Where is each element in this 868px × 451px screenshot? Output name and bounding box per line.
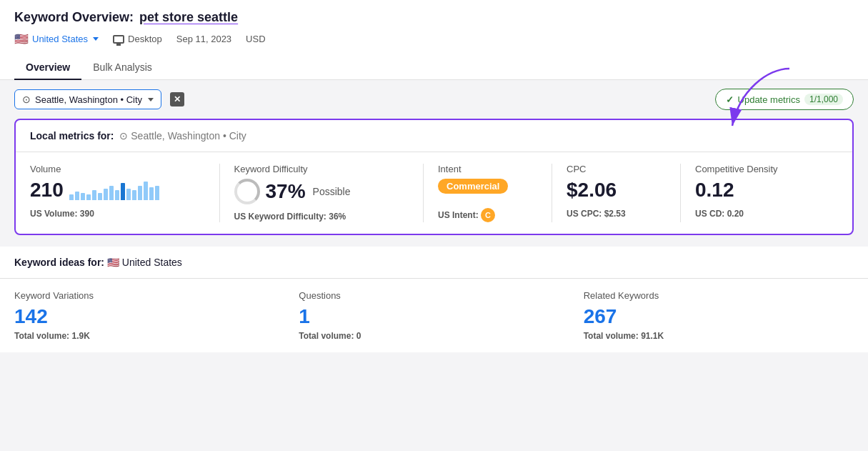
bar-5 bbox=[92, 190, 96, 200]
variations-label: Keyword Variations bbox=[14, 290, 284, 301]
intent-secondary: US Intent: C bbox=[438, 208, 537, 222]
keyword-ideas-flag-icon: 🇺🇸 bbox=[107, 257, 119, 268]
bar-9 bbox=[115, 190, 119, 200]
bar-8 bbox=[109, 186, 114, 200]
volume-chart bbox=[69, 180, 159, 200]
device-meta: Desktop bbox=[113, 34, 162, 44]
local-metrics-label: Local metrics for: bbox=[30, 130, 114, 142]
keyword-ideas-header: Keyword ideas for: 🇺🇸 United States bbox=[0, 247, 868, 279]
questions-value: 1 bbox=[299, 305, 569, 328]
country-label: United States bbox=[32, 34, 88, 44]
keyword-overview-label: Keyword Overview: bbox=[14, 10, 134, 25]
variations-secondary: Total volume: 1.9K bbox=[14, 331, 284, 341]
local-metrics-body: Volume 210 bbox=[16, 152, 852, 234]
date-label: Sep 11, 2023 bbox=[176, 34, 231, 44]
cpc-label: CPC bbox=[567, 164, 666, 174]
page-wrapper: Keyword Overview: pet store seattle 🇺🇸 U… bbox=[0, 0, 868, 352]
local-metrics-header: Local metrics for: ⊙ Seattle, Washington… bbox=[16, 120, 852, 152]
volume-secondary: US Volume: 390 bbox=[30, 209, 205, 219]
location-icon-small: ⊙ bbox=[119, 130, 128, 142]
bar-7 bbox=[104, 189, 108, 200]
date-meta: Sep 11, 2023 bbox=[176, 34, 231, 44]
volume-metric: Volume 210 bbox=[30, 164, 220, 222]
country-chevron-icon bbox=[93, 37, 99, 41]
bar-3 bbox=[81, 193, 85, 200]
location-pin-icon: ⊙ bbox=[22, 94, 31, 105]
variations-value: 142 bbox=[14, 305, 284, 328]
bar-15 bbox=[149, 187, 154, 200]
currency-meta: USD bbox=[246, 34, 265, 44]
bar-1 bbox=[69, 194, 74, 200]
update-metrics-label: Update metrics bbox=[738, 94, 800, 105]
tab-overview[interactable]: Overview bbox=[14, 56, 81, 80]
intent-label: Intent bbox=[438, 164, 537, 174]
kd-circle-icon bbox=[234, 179, 260, 204]
desktop-icon bbox=[113, 35, 124, 44]
volume-label: Volume bbox=[30, 164, 205, 174]
questions-secondary: Total volume: 0 bbox=[299, 331, 569, 341]
local-metrics-section: Local metrics for: ⊙ Seattle, Washington… bbox=[0, 119, 868, 235]
location-filter-text: Seattle, Washington • City bbox=[35, 94, 142, 105]
keyword-difficulty-metric: Keyword Difficulty 37% Possible US Keywo… bbox=[234, 164, 424, 222]
local-metrics-location: ⊙ Seattle, Washington • City bbox=[119, 130, 246, 142]
bar-12 bbox=[132, 190, 136, 200]
kd-value-row: 37% Possible bbox=[234, 179, 409, 204]
location-filter[interactable]: ⊙ Seattle, Washington • City bbox=[14, 89, 161, 109]
bar-4 bbox=[86, 194, 91, 200]
cd-value: 0.12 bbox=[695, 179, 824, 202]
keyword-ideas-label: Keyword ideas for: bbox=[14, 257, 104, 268]
kd-secondary: US Keyword Difficulty: 36% bbox=[234, 212, 409, 222]
bar-14 bbox=[144, 182, 148, 200]
us-intent-badge: C bbox=[481, 208, 495, 222]
us-flag-icon: 🇺🇸 bbox=[14, 32, 29, 46]
related-value: 267 bbox=[584, 305, 854, 328]
cpc-value: $2.06 bbox=[567, 179, 666, 202]
keyword-ideas-section: Keyword ideas for: 🇺🇸 United States Keyw… bbox=[0, 247, 868, 352]
bar-11 bbox=[126, 189, 131, 200]
volume-value: 210 bbox=[30, 179, 64, 202]
keyword-variations-col: Keyword Variations 142 Total volume: 1.9… bbox=[14, 290, 299, 341]
kd-percentage: 37% bbox=[266, 180, 306, 203]
bar-16 bbox=[155, 186, 159, 200]
tab-bulk-analysis[interactable]: Bulk Analysis bbox=[81, 56, 163, 80]
kd-label: Keyword Difficulty bbox=[234, 164, 409, 174]
keyword-ideas-country: United States bbox=[122, 257, 182, 268]
keyword-ideas-body: Keyword Variations 142 Total volume: 1.9… bbox=[0, 279, 868, 352]
questions-label: Questions bbox=[299, 290, 569, 301]
update-metrics-button[interactable]: ✓ Update metrics 1/1,000 bbox=[715, 89, 854, 110]
related-label: Related Keywords bbox=[584, 290, 854, 301]
cpc-secondary: US CPC: $2.53 bbox=[567, 209, 666, 219]
location-chevron-icon bbox=[148, 98, 154, 101]
cd-label: Competitive Density bbox=[695, 164, 824, 174]
bar-13 bbox=[138, 186, 142, 200]
tabs-nav: Overview Bulk Analysis bbox=[14, 56, 854, 79]
questions-col: Questions 1 Total volume: 0 bbox=[299, 290, 583, 341]
cpc-metric: CPC $2.06 US CPC: $2.53 bbox=[567, 164, 681, 222]
bar-10 bbox=[121, 183, 125, 200]
cd-secondary: US CD: 0.20 bbox=[695, 209, 824, 219]
related-keywords-col: Related Keywords 267 Total volume: 91.1K bbox=[584, 290, 854, 341]
volume-value-row: 210 bbox=[30, 179, 205, 202]
header-meta: 🇺🇸 United States Desktop Sep 11, 2023 US… bbox=[14, 32, 854, 46]
kd-qualifier: Possible bbox=[313, 186, 351, 197]
keyword-overview-value: pet store seattle bbox=[139, 10, 238, 25]
related-secondary: Total volume: 91.1K bbox=[584, 331, 854, 341]
currency-label: USD bbox=[246, 34, 265, 44]
location-filter-close-button[interactable]: ✕ bbox=[170, 92, 184, 106]
device-label: Desktop bbox=[128, 34, 162, 44]
local-metrics-card: Local metrics for: ⊙ Seattle, Washington… bbox=[14, 119, 854, 235]
intent-badge: Commercial bbox=[438, 179, 508, 194]
header: Keyword Overview: pet store seattle 🇺🇸 U… bbox=[0, 0, 868, 80]
metrics-count-badge: 1/1,000 bbox=[804, 94, 843, 105]
competitive-density-metric: Competitive Density 0.12 US CD: 0.20 bbox=[695, 164, 838, 222]
country-selector[interactable]: 🇺🇸 United States bbox=[14, 32, 99, 46]
keyword-title: Keyword Overview: pet store seattle bbox=[14, 10, 854, 25]
bar-6 bbox=[98, 193, 102, 200]
bar-2 bbox=[75, 192, 79, 200]
checkmark-icon: ✓ bbox=[726, 94, 734, 105]
filter-bar: ⊙ Seattle, Washington • City ✕ ✓ Update … bbox=[0, 80, 868, 119]
intent-metric: Intent Commercial US Intent: C bbox=[438, 164, 552, 222]
